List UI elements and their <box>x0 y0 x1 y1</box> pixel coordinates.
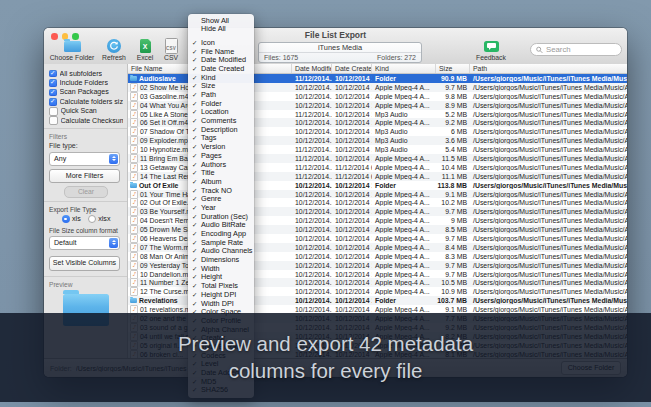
date-modified-cell: 10/12/2014... <box>292 297 332 304</box>
menu-column-item[interactable]: ✓Width <box>188 265 254 274</box>
menu-column-item[interactable]: ✓Duration (Sec) <box>188 213 254 222</box>
checkbox[interactable]: ✓ <box>49 70 57 78</box>
checkmark-icon: ✓ <box>192 300 197 309</box>
radio-icon <box>88 215 96 223</box>
checkmark-icon: ✓ <box>192 48 197 57</box>
menu-column-item[interactable]: ✓Folder <box>188 100 254 109</box>
clear-button[interactable]: Clear <box>64 186 108 198</box>
checkbox[interactable]: ✓ <box>49 89 57 97</box>
size-cell: 10.2 MB <box>436 199 470 206</box>
menu-column-item[interactable]: ✓Location <box>188 108 254 117</box>
kind-cell: Apple Mpeg-4 A... <box>372 191 436 198</box>
menu-column-item[interactable]: ✓Height DPI <box>188 291 254 300</box>
date-created-cell: 10/12/2014 16... <box>332 155 372 162</box>
export-csv-toolbar-button[interactable]: CSV CSV <box>158 39 184 61</box>
menu-column-item[interactable]: ✓Sample Rate <box>188 239 254 248</box>
checkbox[interactable]: ✓ <box>49 116 58 125</box>
menu-column-item[interactable]: ✓Path <box>188 91 254 100</box>
file-name-cell: Out Of Exile <box>139 182 178 189</box>
xls-radio[interactable]: xls <box>62 215 81 223</box>
feedback-toolbar-button[interactable]: Feedback <box>468 39 514 61</box>
menu-column-item[interactable]: ✓Audio Channels <box>188 247 254 256</box>
scan-option-checkbox[interactable]: ✓ Calculate folders size <box>49 97 123 106</box>
menu-column-item[interactable]: ✓File Name <box>188 48 254 57</box>
menu-column-item[interactable]: ✓Total Pixels <box>188 282 254 291</box>
date-created-cell: 10/12/2014 16... <box>332 262 372 269</box>
menu-column-item[interactable]: ✓Width DPI <box>188 300 254 309</box>
menu-item-show-all[interactable]: Show All <box>188 17 254 26</box>
audio-file-icon: ♪ <box>130 216 138 225</box>
path-cell: /Users/giorgos/Music/iTunes/iTunes Media… <box>470 75 627 82</box>
scan-option-checkbox[interactable]: ✓ Include Folders <box>49 78 123 87</box>
xlsx-radio[interactable]: xlsx <box>88 215 111 223</box>
column-header-size[interactable]: Size <box>436 64 470 73</box>
menu-column-item[interactable]: ✓Date Modified <box>188 56 254 65</box>
menu-column-item[interactable]: ✓Description <box>188 126 254 135</box>
date-modified-cell: 10/12/2014... <box>292 217 332 224</box>
menu-item-hide-all[interactable]: Hide All <box>188 25 254 34</box>
path-cell: /Users/giorgos/Music/iTunes/iTunes Media… <box>470 93 627 100</box>
menu-column-item[interactable]: ✓Track NO <box>188 187 254 196</box>
kind-cell: Folder <box>372 182 436 189</box>
date-created-cell: 10/12/2014 16... <box>332 253 372 260</box>
menu-column-item[interactable]: ✓Audio BitRate <box>188 221 254 230</box>
date-created-cell: 10/12/2014 16... <box>332 297 372 304</box>
menu-column-item[interactable]: ✓Size <box>188 82 254 91</box>
kind-cell: Mp3 Audio <box>372 111 436 118</box>
audio-file-icon: ♪ <box>130 127 138 136</box>
scan-option-checkbox[interactable]: ✓ Scan Packages <box>49 88 123 97</box>
column-header-date-modified[interactable]: Date Modified <box>292 64 332 73</box>
menu-column-item[interactable]: ✓Title <box>188 169 254 178</box>
date-modified-cell: 11/12/2014... <box>292 146 332 153</box>
size-cell: 9.7 MB <box>436 235 470 242</box>
size-cell: 9.7 MB <box>436 271 470 278</box>
more-filters-button[interactable]: More Filters <box>49 169 120 183</box>
checkmark-icon: ✓ <box>192 65 197 74</box>
menu-column-item[interactable]: ✓Version <box>188 143 254 152</box>
excel-file-icon: X <box>140 39 151 53</box>
date-modified-cell: 10/12/2014... <box>292 208 332 215</box>
menu-column-item[interactable]: ✓Comments <box>188 117 254 126</box>
menu-column-item[interactable]: ✓Icon <box>188 39 254 48</box>
menu-column-item[interactable]: ✓Height <box>188 273 254 282</box>
menu-column-item[interactable]: ✓Genre <box>188 195 254 204</box>
checkmark-icon: ✓ <box>192 100 197 109</box>
window-chrome: File List Export Choose Folder Refresh X… <box>44 28 627 65</box>
search-field[interactable] <box>530 43 622 56</box>
column-header-kind[interactable]: Kind <box>372 64 436 73</box>
checkbox[interactable]: ✓ <box>49 107 58 116</box>
column-header-path[interactable]: Path <box>470 64 627 73</box>
kind-cell: Mp3 Audio <box>372 146 436 153</box>
checkbox[interactable]: ✓ <box>49 98 57 106</box>
size-cell: 5.4 MB <box>436 146 470 153</box>
refresh-toolbar-button[interactable]: Refresh <box>96 39 132 61</box>
menu-column-item[interactable]: ✓Tags <box>188 134 254 143</box>
size-cell: 8.4 MB <box>436 244 470 251</box>
export-excel-toolbar-button[interactable]: X Excel <box>132 39 158 61</box>
size-format-select[interactable]: Default <box>49 236 120 250</box>
path-cell: /Users/giorgos/Music/iTunes/iTunes Media… <box>470 262 627 269</box>
menu-column-item[interactable]: ✓Kind <box>188 74 254 83</box>
scanned-folder-name: iTunes Media <box>259 43 421 53</box>
menu-column-item[interactable]: ✓Encoding App <box>188 230 254 239</box>
audio-file-icon: ♪ <box>130 225 138 234</box>
kind-cell: Apple Mpeg-4 A... <box>372 173 436 180</box>
menu-column-item[interactable]: ✓Dimensions <box>188 256 254 265</box>
column-header-date-created[interactable]: Date Created <box>332 64 372 73</box>
menu-column-item[interactable]: ✓Album <box>188 178 254 187</box>
file-type-select[interactable]: Any <box>49 152 120 166</box>
set-visible-columns-button[interactable]: Set Visible Columns <box>49 256 120 271</box>
menu-column-item[interactable]: ✓Year <box>188 204 254 213</box>
date-created-cell: 10/12/2014 16... <box>332 191 372 198</box>
menu-column-item[interactable]: ✓Date Created <box>188 65 254 74</box>
audio-file-icon: ♪ <box>130 118 138 127</box>
date-created-cell: 10/12/2014 16... <box>332 75 372 82</box>
choose-folder-toolbar-button[interactable]: Choose Folder <box>48 39 96 61</box>
checkbox[interactable]: ✓ <box>49 79 57 87</box>
scan-option-checkbox[interactable]: ✓ Quick Scan <box>49 107 123 116</box>
menu-column-item[interactable]: ✓Pages <box>188 152 254 161</box>
search-input[interactable] <box>546 45 616 54</box>
scan-option-checkbox[interactable]: ✓ All subfolders <box>49 69 123 78</box>
scan-option-checkbox[interactable]: ✓ Calculate Checksum <box>49 116 123 125</box>
menu-column-item[interactable]: ✓Authors <box>188 161 254 170</box>
